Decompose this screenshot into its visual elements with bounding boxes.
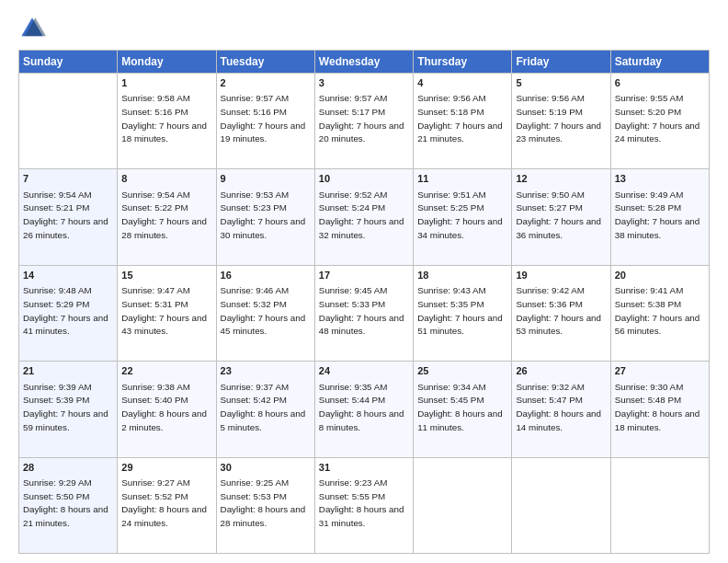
calendar-cell <box>610 457 709 553</box>
cell-info: Sunrise: 9:51 AMSunset: 5:25 PMDaylight:… <box>417 190 503 240</box>
day-number: 20 <box>615 269 705 282</box>
cell-info: Sunrise: 9:34 AMSunset: 5:45 PMDaylight:… <box>417 382 503 432</box>
day-number: 3 <box>319 76 409 90</box>
day-number: 4 <box>417 76 507 90</box>
calendar-header-cell: Monday <box>118 51 216 74</box>
cell-info: Sunrise: 9:30 AMSunset: 5:48 PMDaylight:… <box>615 382 700 432</box>
cell-info: Sunrise: 9:37 AMSunset: 5:42 PMDaylight:… <box>221 382 306 432</box>
calendar-week-row: 21Sunrise: 9:39 AMSunset: 5:39 PMDayligh… <box>19 362 710 457</box>
logo-icon <box>18 15 46 42</box>
day-number: 21 <box>23 364 113 378</box>
calendar-header-cell: Sunday <box>19 51 118 74</box>
day-number: 14 <box>23 269 113 282</box>
day-number: 18 <box>417 269 507 282</box>
logo <box>18 15 50 42</box>
calendar-cell: 29Sunrise: 9:27 AMSunset: 5:52 PMDayligh… <box>118 457 216 553</box>
page: SundayMondayTuesdayWednesdayThursdayFrid… <box>0 0 728 563</box>
day-number: 7 <box>23 172 113 186</box>
calendar-cell: 26Sunrise: 9:32 AMSunset: 5:47 PMDayligh… <box>512 362 610 457</box>
calendar-cell: 17Sunrise: 9:45 AMSunset: 5:33 PMDayligh… <box>314 265 413 361</box>
calendar-week-row: 28Sunrise: 9:29 AMSunset: 5:50 PMDayligh… <box>19 457 710 553</box>
cell-info: Sunrise: 9:29 AMSunset: 5:50 PMDaylight:… <box>23 477 108 528</box>
calendar-header-cell: Saturday <box>610 51 709 74</box>
day-number: 31 <box>319 461 409 475</box>
cell-info: Sunrise: 9:42 AMSunset: 5:36 PMDaylight:… <box>516 285 601 336</box>
calendar-cell: 8Sunrise: 9:54 AMSunset: 5:22 PMDaylight… <box>118 169 216 265</box>
calendar-cell: 15Sunrise: 9:47 AMSunset: 5:31 PMDayligh… <box>118 265 216 361</box>
day-number: 15 <box>121 269 211 282</box>
calendar-cell <box>19 74 118 169</box>
calendar-cell: 25Sunrise: 9:34 AMSunset: 5:45 PMDayligh… <box>414 362 512 457</box>
calendar-cell: 22Sunrise: 9:38 AMSunset: 5:40 PMDayligh… <box>118 362 216 457</box>
cell-info: Sunrise: 9:25 AMSunset: 5:53 PMDaylight:… <box>221 477 306 528</box>
calendar-cell: 1Sunrise: 9:58 AMSunset: 5:16 PMDaylight… <box>118 74 216 169</box>
calendar-header-cell: Wednesday <box>314 51 413 74</box>
day-number: 23 <box>221 364 311 378</box>
cell-info: Sunrise: 9:47 AMSunset: 5:31 PMDaylight:… <box>121 285 207 336</box>
cell-info: Sunrise: 9:35 AMSunset: 5:44 PMDaylight:… <box>319 382 404 432</box>
cell-info: Sunrise: 9:27 AMSunset: 5:52 PMDaylight:… <box>121 477 207 528</box>
calendar-cell: 5Sunrise: 9:56 AMSunset: 5:19 PMDaylight… <box>512 74 610 169</box>
calendar-cell: 28Sunrise: 9:29 AMSunset: 5:50 PMDayligh… <box>19 457 118 553</box>
calendar-cell: 14Sunrise: 9:48 AMSunset: 5:29 PMDayligh… <box>19 265 118 361</box>
calendar-cell <box>512 457 610 553</box>
calendar-week-row: 7Sunrise: 9:54 AMSunset: 5:21 PMDaylight… <box>19 169 710 265</box>
cell-info: Sunrise: 9:55 AMSunset: 5:20 PMDaylight:… <box>615 93 700 144</box>
cell-info: Sunrise: 9:56 AMSunset: 5:19 PMDaylight:… <box>516 93 601 144</box>
cell-info: Sunrise: 9:45 AMSunset: 5:33 PMDaylight:… <box>319 285 404 336</box>
cell-info: Sunrise: 9:23 AMSunset: 5:55 PMDaylight:… <box>319 477 404 528</box>
day-number: 28 <box>23 461 113 475</box>
header <box>18 15 710 42</box>
day-number: 19 <box>516 269 606 282</box>
cell-info: Sunrise: 9:57 AMSunset: 5:16 PMDaylight:… <box>221 93 306 144</box>
day-number: 27 <box>615 364 705 378</box>
day-number: 22 <box>121 364 211 378</box>
cell-info: Sunrise: 9:49 AMSunset: 5:28 PMDaylight:… <box>615 190 700 240</box>
day-number: 11 <box>417 172 507 186</box>
day-number: 29 <box>121 461 211 475</box>
cell-info: Sunrise: 9:43 AMSunset: 5:35 PMDaylight:… <box>417 285 503 336</box>
cell-info: Sunrise: 9:57 AMSunset: 5:17 PMDaylight:… <box>319 93 404 144</box>
cell-info: Sunrise: 9:46 AMSunset: 5:32 PMDaylight:… <box>221 285 306 336</box>
cell-info: Sunrise: 9:32 AMSunset: 5:47 PMDaylight:… <box>516 382 601 432</box>
day-number: 12 <box>516 172 606 186</box>
day-number: 1 <box>121 76 211 90</box>
calendar-week-row: 1Sunrise: 9:58 AMSunset: 5:16 PMDaylight… <box>19 74 710 169</box>
cell-info: Sunrise: 9:39 AMSunset: 5:39 PMDaylight:… <box>23 382 108 432</box>
cell-info: Sunrise: 9:54 AMSunset: 5:22 PMDaylight:… <box>121 190 207 240</box>
cell-info: Sunrise: 9:56 AMSunset: 5:18 PMDaylight:… <box>417 93 503 144</box>
cell-info: Sunrise: 9:48 AMSunset: 5:29 PMDaylight:… <box>23 285 108 336</box>
calendar-cell: 13Sunrise: 9:49 AMSunset: 5:28 PMDayligh… <box>610 169 709 265</box>
calendar-week-row: 14Sunrise: 9:48 AMSunset: 5:29 PMDayligh… <box>19 265 710 361</box>
cell-info: Sunrise: 9:58 AMSunset: 5:16 PMDaylight:… <box>121 93 207 144</box>
calendar-cell: 19Sunrise: 9:42 AMSunset: 5:36 PMDayligh… <box>512 265 610 361</box>
day-number: 5 <box>516 76 606 90</box>
cell-info: Sunrise: 9:52 AMSunset: 5:24 PMDaylight:… <box>319 190 404 240</box>
calendar-cell: 6Sunrise: 9:55 AMSunset: 5:20 PMDaylight… <box>610 74 709 169</box>
calendar-cell: 9Sunrise: 9:53 AMSunset: 5:23 PMDaylight… <box>216 169 314 265</box>
day-number: 2 <box>221 76 311 90</box>
day-number: 17 <box>319 269 409 282</box>
day-number: 26 <box>516 364 606 378</box>
calendar-body: 1Sunrise: 9:58 AMSunset: 5:16 PMDaylight… <box>19 74 710 554</box>
calendar-cell: 31Sunrise: 9:23 AMSunset: 5:55 PMDayligh… <box>314 457 413 553</box>
calendar-cell: 7Sunrise: 9:54 AMSunset: 5:21 PMDaylight… <box>19 169 118 265</box>
day-number: 24 <box>319 364 409 378</box>
calendar-cell: 18Sunrise: 9:43 AMSunset: 5:35 PMDayligh… <box>414 265 512 361</box>
calendar-header-cell: Friday <box>512 51 610 74</box>
calendar-header-row: SundayMondayTuesdayWednesdayThursdayFrid… <box>19 51 710 74</box>
cell-info: Sunrise: 9:41 AMSunset: 5:38 PMDaylight:… <box>615 285 700 336</box>
day-number: 25 <box>417 364 507 378</box>
calendar-header-cell: Thursday <box>414 51 512 74</box>
day-number: 9 <box>221 172 311 186</box>
calendar-cell: 24Sunrise: 9:35 AMSunset: 5:44 PMDayligh… <box>314 362 413 457</box>
calendar-header-cell: Tuesday <box>216 51 314 74</box>
day-number: 16 <box>221 269 311 282</box>
day-number: 30 <box>221 461 311 475</box>
cell-info: Sunrise: 9:38 AMSunset: 5:40 PMDaylight:… <box>121 382 207 432</box>
calendar-cell: 30Sunrise: 9:25 AMSunset: 5:53 PMDayligh… <box>216 457 314 553</box>
day-number: 10 <box>319 172 409 186</box>
calendar-cell: 11Sunrise: 9:51 AMSunset: 5:25 PMDayligh… <box>414 169 512 265</box>
calendar-cell: 3Sunrise: 9:57 AMSunset: 5:17 PMDaylight… <box>314 74 413 169</box>
calendar-cell: 23Sunrise: 9:37 AMSunset: 5:42 PMDayligh… <box>216 362 314 457</box>
